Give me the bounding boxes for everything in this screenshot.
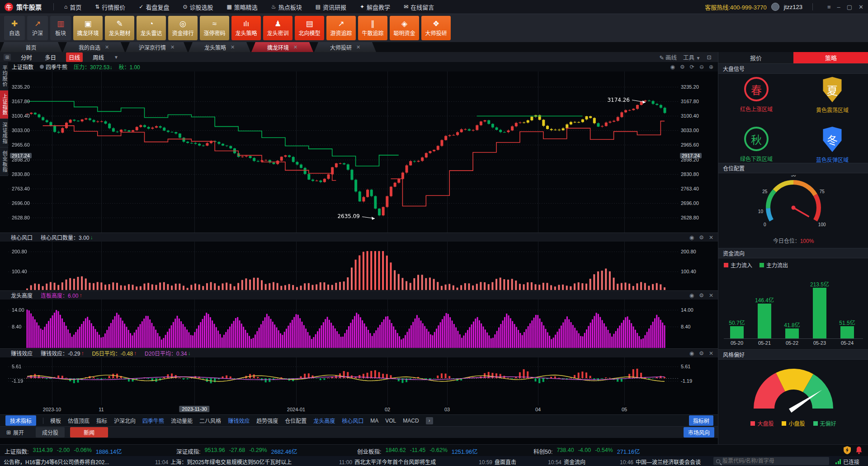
document-tab[interactable]: 我的自选✕ <box>63 42 125 52</box>
toolbar-button[interactable]: ♟龙头密训 <box>263 16 292 40</box>
news-item[interactable]: 10:54资金流向 <box>548 458 585 466</box>
close-icon[interactable]: ✕ <box>356 44 360 50</box>
toolbar-button[interactable]: ◎资金排行 <box>168 16 198 40</box>
indicator-item[interactable]: MACD <box>403 418 419 424</box>
toolbar-button[interactable]: ↗沪深 <box>27 16 48 40</box>
toolbar-button[interactable]: ılı龙头策略 <box>231 16 261 40</box>
refresh-icon[interactable]: ⟳ <box>690 64 694 70</box>
document-tab[interactable]: 首页 <box>0 42 62 52</box>
document-tab[interactable]: 龙头策略✕ <box>189 42 250 52</box>
indicator-item[interactable]: 四季牛熊 <box>142 417 164 424</box>
close-icon[interactable]: ✕ <box>709 234 713 241</box>
overlay-selector[interactable]: 四季牛熊 <box>40 63 67 71</box>
close-icon[interactable]: ✕ <box>170 44 175 50</box>
period-3[interactable]: 周线 <box>90 52 107 62</box>
indicator-item[interactable]: 估值顶底 <box>68 417 90 424</box>
zoom-in-icon[interactable]: ⊕ <box>709 64 713 70</box>
toolbar-button[interactable]: ▤北向模型 <box>295 16 324 40</box>
settings-gear-icon[interactable]: ⚙ <box>699 292 704 299</box>
index-nav-item[interactable]: 深证成指 <box>0 119 8 147</box>
menu-item[interactable]: ⊙诊股选股 <box>178 0 218 14</box>
news-item[interactable]: 公告称，H16富力4等6只公司债券将自202... <box>4 458 109 466</box>
document-tab[interactable]: 擒龙环境✕ <box>251 42 313 52</box>
avatar[interactable] <box>771 3 779 11</box>
settings-gear-icon[interactable]: ⚙ <box>699 234 704 241</box>
indicator-item[interactable]: 赚钱效应 <box>228 417 250 424</box>
toolbar-button[interactable]: ❖大师投研 <box>421 16 451 40</box>
period-2[interactable]: 日线 <box>66 52 83 62</box>
indicator-tree-button[interactable]: 指标树 <box>689 415 713 426</box>
menu-list-icon[interactable]: ≡ <box>827 4 831 10</box>
strategy-tab[interactable]: 策略 <box>793 52 868 63</box>
news-item[interactable]: 10:59盘面直击 <box>479 458 516 466</box>
close-icon[interactable]: ✕ <box>293 44 297 50</box>
stock-search[interactable] <box>713 457 829 465</box>
document-tab[interactable]: 大师投研✕ <box>314 42 376 52</box>
crosshair-icon[interactable]: ◉ <box>670 64 675 70</box>
period-1[interactable]: 多日 <box>42 52 59 62</box>
menu-item[interactable]: ✉在线留言 <box>399 0 439 14</box>
period-0[interactable]: 分时 <box>18 52 35 62</box>
shield-flash-icon[interactable] <box>844 446 851 454</box>
toolbar-button[interactable]: ↗游资追踪 <box>326 16 356 40</box>
settings-gear-icon[interactable]: ⚙ <box>699 350 704 357</box>
chevron-down-icon[interactable]: ▼ <box>114 55 118 60</box>
indicator-item[interactable]: 核心风口 <box>342 417 363 424</box>
bottom-tab[interactable]: 成分股 <box>36 427 65 437</box>
close-icon[interactable]: ✕ <box>859 4 863 10</box>
indicator-item[interactable]: 龙头高度 <box>313 417 335 424</box>
indicator-item[interactable]: 趋势强度 <box>256 417 278 424</box>
index-nav-item[interactable]: 上证指数 <box>0 90 8 119</box>
zoom-out-icon[interactable]: ⊖ <box>699 64 704 70</box>
tools-dropdown[interactable]: 工具 ▼ <box>683 53 700 62</box>
close-icon[interactable]: ✕ <box>105 44 109 50</box>
menu-item[interactable]: ⌂首页 <box>59 0 86 14</box>
minimize-icon[interactable]: – <box>837 4 840 10</box>
menu-item[interactable]: ♨热点板块 <box>266 0 307 14</box>
more-indicators-icon[interactable]: › <box>426 417 433 424</box>
close-icon[interactable]: ✕ <box>709 350 713 357</box>
news-item[interactable]: 11:04上海：到2025年绿电交易规模达到50亿千瓦时以上 <box>155 458 292 466</box>
crosshair-icon[interactable]: ◉ <box>689 234 694 241</box>
indicator-item[interactable]: 二八风格 <box>199 417 221 424</box>
crosshair-icon[interactable]: ◉ <box>689 292 694 299</box>
settings-gear-icon[interactable]: ⚙ <box>680 64 685 70</box>
indicator-item[interactable]: 流动量能 <box>171 417 193 424</box>
menu-item[interactable]: ▦策略精选 <box>222 0 263 14</box>
menu-item[interactable]: ✦解盘教学 <box>355 0 395 14</box>
collapse-panel-icon[interactable]: ⊞ <box>4 54 11 61</box>
news-item[interactable]: 10:46中国—波兰经济联委会会谈 <box>620 458 701 466</box>
toolbar-button[interactable]: ▣擒龙环境 <box>73 16 103 40</box>
restore-icon[interactable]: ▢ <box>847 4 852 10</box>
expand-button[interactable]: ⊞ 展开 <box>0 428 30 436</box>
indicator-item[interactable]: 模板 <box>50 417 61 424</box>
menu-item[interactable]: ▤资讯研报 <box>311 0 351 14</box>
username[interactable]: jtzz123 <box>784 4 802 10</box>
indicator-item[interactable]: VOL <box>385 418 396 424</box>
toolbar-button[interactable]: ✚自选 <box>4 16 25 40</box>
tech-indicator-button[interactable]: 技术指标 <box>5 415 36 426</box>
toolbar-button[interactable]: ≈涨停密码 <box>200 16 229 40</box>
news-item[interactable]: 11:00西北太平洋今年首个台风即将生成 <box>339 458 436 466</box>
fullscreen-icon[interactable]: ⊡ <box>707 54 712 61</box>
toolbar-button[interactable]: ◈聪明资金 <box>390 16 419 40</box>
bottom-tab[interactable]: 新闻 <box>70 427 108 437</box>
indicator-item[interactable]: 指标 <box>96 417 107 424</box>
bell-icon[interactable] <box>855 446 863 454</box>
menu-item[interactable]: ✓看盘复盘 <box>134 0 174 14</box>
search-input[interactable] <box>722 458 817 464</box>
indicator-item[interactable]: 沪深北向 <box>114 417 136 424</box>
close-icon[interactable]: ✕ <box>709 292 713 299</box>
close-icon[interactable]: ✕ <box>231 44 235 50</box>
quote-tab[interactable]: 报价 <box>718 52 793 63</box>
document-tab[interactable]: 沪深京行情✕ <box>126 42 188 52</box>
toolbar-button[interactable]: ✎龙头题材 <box>105 16 134 40</box>
crosshair-icon[interactable]: ◉ <box>689 350 694 357</box>
index-nav-item[interactable]: 创业板指 <box>0 147 8 176</box>
toolbar-button[interactable]: ∥牛散追踪 <box>358 16 387 40</box>
toolbar-button[interactable]: ▥板块 <box>50 16 71 40</box>
index-nav-item[interactable]: 平均股价 <box>0 62 8 90</box>
draw-line-button[interactable]: ✎ 画线 <box>659 53 677 62</box>
indicator-item[interactable]: 仓位配置 <box>285 417 307 424</box>
market-direction-button[interactable]: 市场风向 <box>684 427 714 437</box>
